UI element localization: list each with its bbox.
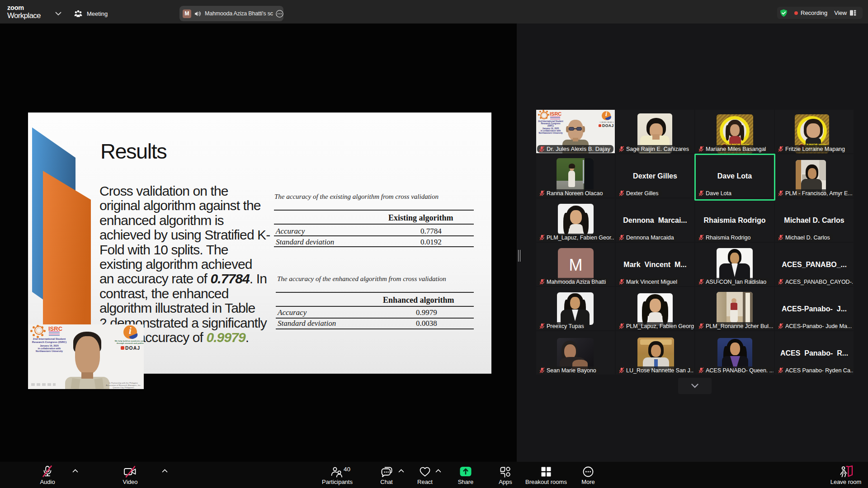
svg-text:40: 40 <box>344 466 350 473</box>
